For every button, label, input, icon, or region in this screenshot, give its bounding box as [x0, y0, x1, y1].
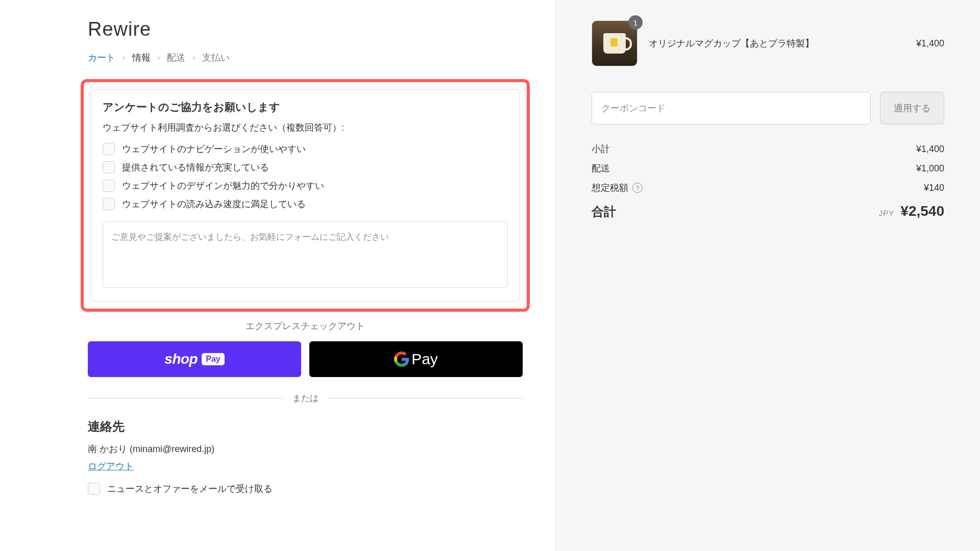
newsletter-row[interactable]: ニュースとオファーをメールで受け取る — [88, 483, 523, 495]
shipping-label: 配送 — [592, 162, 610, 174]
survey-option-design[interactable]: ウェブサイトのデザインが魅力的で分かりやすい — [103, 180, 508, 192]
checkbox-icon[interactable] — [103, 161, 115, 173]
survey-option-info[interactable]: 提供されている情報が充実している — [103, 161, 508, 173]
shipping-value: ¥1,000 — [916, 163, 944, 174]
contact-name-email: 南 かおり (minami@rewired.jp) — [88, 443, 523, 455]
chevron-right-icon: › — [158, 54, 160, 62]
currency-code: JPY — [879, 209, 895, 217]
breadcrumb-info[interactable]: 情報 — [132, 52, 151, 64]
breadcrumb-shipping: 配送 — [167, 52, 185, 64]
breadcrumb: カート › 情報 › 配送 › 支払い — [88, 52, 523, 64]
newsletter-label: ニュースとオファーをメールで受け取る — [107, 483, 273, 495]
subtotal-value: ¥1,400 — [916, 144, 944, 155]
breadcrumb-cart[interactable]: カート — [88, 52, 115, 64]
total-label: 合計 — [592, 204, 616, 220]
checkbox-icon[interactable] — [88, 483, 100, 495]
cart-item-thumbnail: 1 — [592, 20, 638, 66]
survey-option-label: ウェブサイトの読み込み速度に満足している — [122, 198, 306, 210]
checkbox-icon[interactable] — [103, 180, 115, 192]
chevron-right-icon: › — [192, 54, 195, 62]
order-summary-sidebar: 1 オリジナルマグカップ【あとプラ特製】 ¥1,400 適用する 小計 ¥1,4… — [555, 0, 980, 551]
shop-pay-button[interactable]: shop Pay — [88, 341, 301, 377]
survey-title: アンケートのご協力をお願いします — [103, 100, 508, 114]
survey-highlight: アンケートのご協力をお願いします ウェブサイト利用調査からお選びください（複数回… — [81, 79, 530, 312]
google-icon — [394, 352, 409, 367]
google-pay-button[interactable]: Pay — [309, 341, 523, 377]
google-pay-text: Pay — [411, 350, 438, 368]
survey-option-navigation[interactable]: ウェブサイトのナビゲーションが使いやすい — [103, 143, 508, 155]
divider: または — [88, 392, 523, 404]
shop-pay-badge: Pay — [202, 353, 224, 365]
survey-option-label: ウェブサイトのデザインが魅力的で分かりやすい — [122, 180, 324, 192]
logout-link[interactable]: ログアウト — [88, 460, 134, 472]
coupon-input[interactable] — [592, 92, 871, 124]
survey-option-speed[interactable]: ウェブサイトの読み込み速度に満足している — [103, 198, 508, 210]
total-value: ¥2,540 — [900, 203, 944, 219]
checkbox-icon[interactable] — [103, 143, 115, 155]
cart-item: 1 オリジナルマグカップ【あとプラ特製】 ¥1,400 — [592, 20, 944, 66]
survey-feedback-textarea[interactable] — [103, 221, 508, 288]
google-pay-logo: Pay — [394, 350, 438, 368]
shop-pay-logo: shop Pay — [164, 351, 224, 367]
breadcrumb-payment: 支払い — [202, 52, 230, 64]
store-title: Rewire — [88, 18, 523, 40]
express-checkout-label: エクスプレスチェックアウト — [88, 320, 523, 332]
tax-value: ¥140 — [924, 183, 944, 193]
survey-card: アンケートのご協力をお願いします ウェブサイト利用調査からお選びください（複数回… — [91, 89, 520, 302]
apply-coupon-button[interactable]: 適用する — [880, 92, 944, 124]
checkbox-icon[interactable] — [103, 198, 115, 210]
subtotal-label: 小計 — [592, 143, 610, 155]
quantity-badge: 1 — [628, 15, 643, 30]
survey-option-label: 提供されている情報が充実している — [122, 161, 269, 173]
divider-text: または — [292, 392, 318, 404]
survey-option-label: ウェブサイトのナビゲーションが使いやすい — [122, 143, 306, 155]
cart-item-name: オリジナルマグカップ【あとプラ特製】 — [649, 37, 905, 49]
contact-heading: 連絡先 — [88, 418, 523, 435]
chevron-right-icon: › — [122, 54, 125, 62]
cart-item-price: ¥1,400 — [916, 38, 944, 49]
tax-label: 想定税額 — [592, 182, 628, 194]
shop-pay-text: shop — [164, 351, 198, 367]
help-icon[interactable]: ? — [632, 183, 643, 193]
survey-subtitle: ウェブサイト利用調査からお選びください（複数回答可）: — [103, 121, 508, 134]
